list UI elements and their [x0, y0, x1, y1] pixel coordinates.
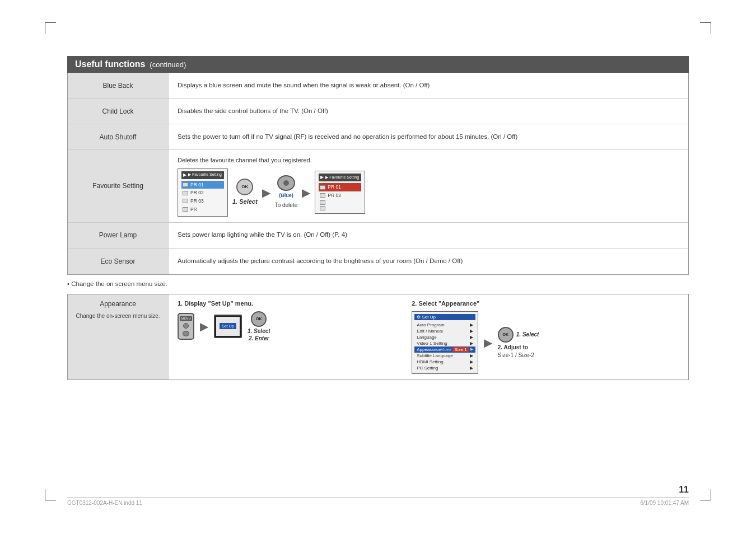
appearance-desc-col: 1. Display "Set Up" menu. MENU [169, 294, 688, 380]
fav-step1-label: 1. Select [232, 197, 258, 207]
arrow-icon-2: ▶ [302, 187, 310, 198]
menu-icon: ⚙ [417, 315, 421, 320]
tv-icon: Set Up [214, 315, 242, 338]
appearance-label: Appearance [74, 300, 161, 308]
remote-menu-icon: MENU [178, 313, 194, 340]
menu-item-4-appearance: Appearance Video Size-1 ▶ [414, 346, 475, 353]
blue-label: (Blue) [279, 192, 293, 200]
menu-screen-title: ⚙ Set Up [414, 314, 475, 320]
corner-mark-br [700, 489, 711, 500]
appear-ok-row: OK 1. Select [498, 327, 539, 343]
feature-label-eco-sensor: Eco Sensor [68, 249, 169, 274]
appear-ok-step-block: OK 1. Select 2. Enter [248, 311, 270, 341]
feature-desc-eco-sensor: Automatically adjusts the picture contra… [169, 249, 688, 274]
appearance-section: Appearance Change the on-screen menu siz… [67, 294, 689, 380]
feature-row-eco-sensor: Eco Sensor Automatically adjusts the pic… [68, 249, 688, 274]
fav-channel-row-3: PR 03 [181, 197, 224, 205]
feature-row-favourite-setting: Favourite Setting Deletes the favourite … [68, 150, 688, 223]
fav-ok-step: OK 1. Select [232, 179, 258, 207]
appear-step1-label: 1. Select [248, 328, 270, 334]
fav-channel-row-2b: PR 02 [319, 191, 361, 200]
section-header: Useful functions (continued) [67, 56, 689, 73]
header-icon: ▶ [183, 172, 186, 179]
appearance-step2-title: 2. Select "Appearance" [412, 300, 679, 307]
fav-mini-screen-1: ▶ ▶ Favourite Setting PR 01 PR 02 [178, 168, 228, 217]
menu-item-2: Language▶ [414, 334, 475, 340]
appearance-step1-block: 1. Display "Set Up" menu. MENU [178, 300, 400, 341]
feature-desc-power-lamp: Sets power lamp lighting while the TV is… [169, 223, 688, 248]
feature-row-power-lamp: Power Lamp Sets power lamp lighting whil… [68, 223, 688, 249]
feature-label-child-lock: Child Lock [68, 99, 169, 124]
menu-text: MENU [180, 316, 192, 321]
fav-channel-row-4: PR [181, 205, 224, 214]
appear-step1-select2: 1. Select [516, 331, 539, 338]
appearance-sub-label: Change the on-screen menu size. [76, 312, 160, 320]
fav-diagram: ▶ ▶ Favourite Setting PR 01 PR 02 [178, 168, 679, 217]
menu-item-5: Subtitle Language▶ [414, 353, 475, 359]
remote-ok-btn [183, 331, 189, 336]
fav-channel-row-4b [319, 205, 361, 211]
appearance-steps-row: 1. Display "Set Up" menu. MENU [178, 300, 679, 374]
d-pad-center [183, 323, 189, 329]
section-title-suffix: (continued) [150, 60, 186, 69]
remote-menu-block: MENU [178, 313, 194, 340]
fav-screen-1: ▶ ▶ Favourite Setting PR 01 PR 02 [178, 168, 228, 217]
appear-final-steps: OK 1. Select 2. Adjust to Size-1 / Size-… [498, 327, 539, 358]
feature-label-auto-shutoff: Auto Shutoff [68, 124, 169, 149]
remote-circle [277, 175, 295, 191]
feature-desc-auto-shutoff: Sets the power to turn off if no TV sign… [169, 124, 688, 149]
appearance-step2-block: 2. Select "Appearance" ⚙ Set Up Au [412, 300, 679, 374]
remote-center-dot [283, 180, 289, 186]
menu-screen: ⚙ Set Up Auto Program▶ Edit / Manual▶ [412, 311, 478, 374]
tv-screen: Set Up [216, 317, 240, 336]
footer-left: GGT0312-002A-H-EN.indd 11 [67, 500, 142, 506]
d-pad [181, 322, 191, 330]
footer: GGT0312-002A-H-EN.indd 11 6/1/09 10:01:4… [67, 497, 689, 506]
channel-icon-1 [183, 182, 188, 187]
corner-mark-bl [45, 489, 56, 500]
arrow-icon-appear-2: ▶ [484, 337, 492, 348]
appear-adjust-label: 2. Adjust to [498, 344, 528, 350]
menu-item-0: Auto Program▶ [414, 322, 475, 328]
channel-icon-3b [320, 200, 325, 205]
channel-icon-2b [320, 193, 325, 198]
arrow-icon-appear-1: ▶ [200, 321, 208, 332]
feature-label-blue-back: Blue Back [68, 73, 169, 98]
menu-item-1: Edit / Manual▶ [414, 328, 475, 334]
appearance-label-col: Appearance Change the on-screen menu siz… [68, 294, 169, 380]
feature-desc-favourite-setting: Deletes the favourite channel that you r… [169, 150, 688, 222]
ok-select-circle-appear2: OK [498, 327, 514, 343]
channel-icon-4b [320, 206, 325, 210]
appearance-step1-title: 1. Display "Set Up" menu. [178, 300, 400, 307]
ok-button-fav: OK [236, 179, 253, 195]
fav-mini-screen-header-1: ▶ ▶ Favourite Setting [181, 171, 224, 179]
fav-description: Deletes the favourite channel that you r… [178, 156, 312, 165]
fav-channel-row-3b [319, 200, 361, 205]
corner-mark-tl [45, 22, 56, 34]
channel-icon-3 [183, 199, 188, 203]
appearance-step2-diagram: ⚙ Set Up Auto Program▶ Edit / Manual▶ [412, 311, 679, 374]
fav-channel-row-1: PR 01 [181, 181, 224, 189]
channel-icon-1b [320, 185, 325, 190]
appear-step2-label: 2. Enter [249, 335, 269, 341]
page-number: 11 [679, 485, 689, 495]
to-delete-label: To delete [275, 201, 298, 209]
menu-item-3: Video-1 Setting▶ [414, 340, 475, 346]
channel-icon-4 [183, 207, 188, 212]
fav-channel-row-2: PR 02 [181, 189, 224, 197]
appearance-inner: Appearance Change the on-screen menu siz… [68, 294, 688, 380]
fav-channel-row-1b: PR 01 [319, 183, 361, 191]
appear-size-options: Size-1 / Size-2 [498, 352, 534, 358]
feature-row-child-lock: Child Lock Disables the side control but… [68, 99, 688, 124]
menu-item-7: PC Setting▶ [414, 365, 475, 371]
fav-screen-2: ▶ ▶ Favourite Setting PR 01 PR 02 [315, 171, 365, 214]
feature-label-power-lamp: Power Lamp [68, 223, 169, 248]
channel-icon-2 [183, 191, 188, 195]
features-table: Blue Back Displays a blue screen and mut… [67, 73, 689, 275]
feature-row-blue-back: Blue Back Displays a blue screen and mut… [68, 73, 688, 99]
feature-row-auto-shutoff: Auto Shutoff Sets the power to turn off … [68, 124, 688, 150]
menu-item-6: HDMI Setting▶ [414, 359, 475, 365]
arrow-icon-1: ▶ [262, 187, 270, 198]
corner-mark-tr [700, 22, 711, 34]
feature-desc-child-lock: Disables the side control buttons of the… [169, 99, 688, 124]
